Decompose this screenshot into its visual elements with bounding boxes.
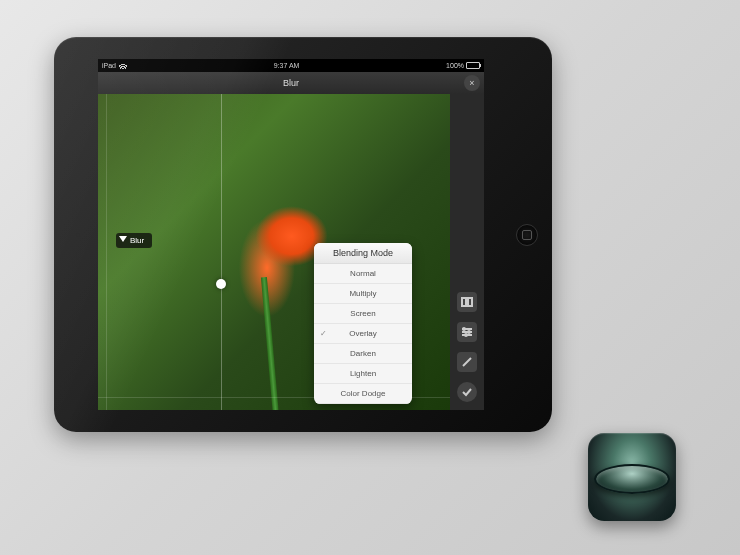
battery-icon — [466, 62, 480, 69]
blend-mode-screen[interactable]: Screen — [314, 304, 412, 324]
screen: iPad 9:37 AM 100% Blur × Blur Blending M… — [98, 59, 484, 410]
home-button[interactable] — [516, 224, 538, 246]
popover-title: Blending Mode — [314, 243, 412, 264]
compare-tool[interactable] — [457, 292, 477, 312]
page-title: Blur — [283, 78, 299, 88]
blend-mode-overlay[interactable]: Overlay — [314, 324, 412, 344]
wifi-icon — [119, 63, 127, 69]
close-icon: × — [469, 78, 474, 88]
image-canvas[interactable]: Blur Blending Mode NormalMultiplyScreenO… — [98, 94, 450, 410]
clock: 9:37 AM — [127, 62, 446, 69]
compare-icon — [461, 296, 473, 308]
blend-mode-color-dodge[interactable]: Color Dodge — [314, 384, 412, 404]
right-toolbar — [450, 94, 484, 410]
guide-vertical — [106, 94, 107, 410]
effect-label[interactable]: Blur — [116, 233, 152, 248]
split-line — [221, 94, 222, 410]
svg-line-8 — [463, 358, 471, 366]
apply-tool[interactable] — [457, 382, 477, 402]
lens-icon — [594, 464, 670, 494]
blending-mode-popover: Blending Mode NormalMultiplyScreenOverla… — [314, 243, 412, 404]
svg-point-7 — [465, 334, 467, 336]
sliders-tool[interactable] — [457, 322, 477, 342]
svg-point-6 — [468, 331, 470, 333]
status-bar: iPad 9:37 AM 100% — [98, 59, 484, 72]
svg-point-5 — [463, 328, 465, 330]
blend-mode-normal[interactable]: Normal — [314, 264, 412, 284]
battery-percent: 100% — [446, 62, 464, 69]
brush-tool[interactable] — [457, 352, 477, 372]
blend-mode-lighten[interactable]: Lighten — [314, 364, 412, 384]
app-icon[interactable] — [588, 433, 676, 521]
split-handle[interactable] — [216, 279, 226, 289]
device-label: iPad — [102, 62, 116, 69]
top-bar: Blur × — [98, 72, 484, 95]
close-button[interactable]: × — [464, 75, 480, 91]
svg-rect-1 — [468, 298, 472, 306]
svg-rect-0 — [462, 298, 466, 306]
brush-icon — [461, 356, 473, 368]
sliders-icon — [461, 326, 473, 338]
blend-mode-darken[interactable]: Darken — [314, 344, 412, 364]
flower-stem — [261, 277, 279, 410]
camera-dot — [76, 233, 80, 237]
check-icon — [461, 386, 473, 398]
blend-mode-multiply[interactable]: Multiply — [314, 284, 412, 304]
ipad-device: iPad 9:37 AM 100% Blur × Blur Blending M… — [54, 37, 552, 432]
